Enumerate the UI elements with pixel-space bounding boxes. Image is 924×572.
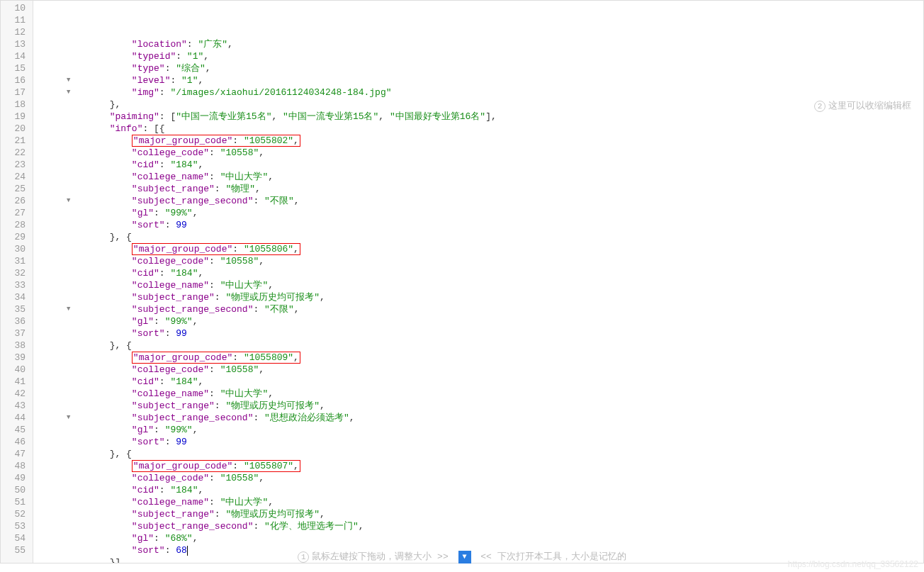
- line-number: 42: [1, 388, 26, 400]
- line-number: 36: [1, 315, 26, 327]
- line-number: 29: [1, 231, 26, 243]
- code-line[interactable]: "college_code": "10558",: [43, 472, 923, 484]
- code-line[interactable]: "major_group_code": "1055807",: [43, 460, 923, 472]
- code-line[interactable]: "gl": "99%",: [43, 207, 923, 219]
- line-number: 28: [1, 219, 26, 231]
- line-number: 11: [1, 14, 26, 26]
- line-number: 53: [1, 520, 26, 532]
- annotation-resize-hint: 1鼠标左键按下拖动，调整大小 >> ▼ << 下次打开本工具，大小是记忆的: [0, 550, 924, 563]
- line-number: 24: [1, 171, 26, 183]
- code-line[interactable]: "subject_range": "物理",: [43, 183, 923, 195]
- code-line[interactable]: "cid": "184",: [43, 484, 923, 496]
- highlighted-key: "major_group_code": "1055802",: [132, 135, 300, 147]
- code-line[interactable]: "college_code": "10558",: [43, 364, 923, 376]
- line-number: 41: [1, 376, 26, 388]
- code-line[interactable]: "college_name": "中山大学",: [43, 496, 923, 508]
- code-line[interactable]: "major_group_code": "1055809",: [43, 352, 923, 364]
- code-line[interactable]: "subject_range": "物理或历史均可报考",: [43, 508, 923, 520]
- line-number: 22: [1, 147, 26, 159]
- code-line[interactable]: "subject_range_second": "思想政治必须选考",: [43, 412, 923, 424]
- line-number: 23: [1, 159, 26, 171]
- code-line[interactable]: "major_group_code": "1055806",: [43, 243, 923, 255]
- line-number: 45: [1, 424, 26, 436]
- code-line[interactable]: "college_name": "中山大学",: [43, 279, 923, 291]
- code-line[interactable]: "typeid": "1",: [43, 50, 923, 62]
- line-number: 44: [1, 412, 26, 424]
- line-number: 34: [1, 291, 26, 303]
- line-number: 39: [1, 352, 26, 364]
- line-number: 13: [1, 38, 26, 50]
- line-number: 10: [1, 2, 26, 14]
- code-line[interactable]: },: [43, 99, 923, 111]
- code-line[interactable]: "college_name": "中山大学",: [43, 171, 923, 183]
- code-line[interactable]: "gl": "68%",: [43, 532, 923, 544]
- code-line[interactable]: "sort": 99: [43, 219, 923, 231]
- code-line[interactable]: "subject_range": "物理或历史均可报考",: [43, 400, 923, 412]
- line-number: 47: [1, 448, 26, 460]
- line-number: 51: [1, 496, 26, 508]
- code-line[interactable]: "type": "综合",: [43, 62, 923, 74]
- code-line[interactable]: "college_code": "10558",: [43, 255, 923, 267]
- code-line[interactable]: "sort": 99: [43, 436, 923, 448]
- line-number: 35: [1, 303, 26, 315]
- line-number: 31: [1, 255, 26, 267]
- line-number: 40: [1, 364, 26, 376]
- code-line[interactable]: "sort": 99: [43, 327, 923, 340]
- code-line[interactable]: "level": "1",: [43, 74, 923, 86]
- line-number: 25: [1, 183, 26, 195]
- code-line[interactable]: "cid": "184",: [43, 159, 923, 171]
- code-line[interactable]: "cid": "184",: [43, 267, 923, 279]
- line-number: 16: [1, 74, 26, 86]
- code-line[interactable]: "cid": "184",: [43, 376, 923, 388]
- line-number: 26: [1, 195, 26, 207]
- highlighted-key: "major_group_code": "1055809",: [132, 352, 300, 364]
- dropdown-icon[interactable]: ▼: [458, 551, 471, 563]
- code-line[interactable]: "subject_range_second": "化学、地理选考一门",: [43, 520, 923, 532]
- code-line[interactable]: "gl": "99%",: [43, 424, 923, 436]
- code-line[interactable]: "subject_range_second": "不限",: [43, 195, 923, 207]
- code-line[interactable]: "college_name": "中山大学",: [43, 388, 923, 400]
- line-number: 27: [1, 207, 26, 219]
- line-number-gutter: 1011121314151617181920212223242526272829…: [1, 1, 33, 563]
- line-number: 19: [1, 111, 26, 123]
- highlighted-key: "major_group_code": "1055807",: [132, 460, 300, 472]
- code-line[interactable]: "info": [{: [43, 123, 923, 135]
- code-line[interactable]: "paiming": ["中国一流专业第15名", "中国一流专业第15名", …: [43, 111, 923, 123]
- code-line[interactable]: "college_code": "10558",: [43, 147, 923, 159]
- line-number: 48: [1, 460, 26, 472]
- line-number: 20: [1, 123, 26, 135]
- code-area[interactable]: ▼▼▼▼▼ "location": "广东", "typeid": "1", "…: [33, 1, 923, 563]
- line-number: 32: [1, 267, 26, 279]
- line-number: 46: [1, 436, 26, 448]
- code-editor[interactable]: 1011121314151617181920212223242526272829…: [0, 0, 924, 563]
- line-number: 52: [1, 508, 26, 520]
- code-line[interactable]: }, {: [43, 448, 923, 460]
- line-number: 21: [1, 135, 26, 147]
- watermark-text: https://blog.csdn.net/qq_33562122: [788, 559, 918, 569]
- annotation-number-2: 2: [814, 101, 826, 112]
- line-number: 14: [1, 50, 26, 62]
- code-line[interactable]: }, {: [43, 231, 923, 243]
- code-line[interactable]: "major_group_code": "1055802",: [43, 135, 923, 147]
- code-line[interactable]: "gl": "99%",: [43, 315, 923, 327]
- line-number: 18: [1, 99, 26, 111]
- line-number: 33: [1, 279, 26, 291]
- line-number: 43: [1, 400, 26, 412]
- code-line[interactable]: "subject_range": "物理或历史均可报考",: [43, 291, 923, 303]
- line-number: 54: [1, 532, 26, 544]
- line-number: 50: [1, 484, 26, 496]
- code-line[interactable]: }, {: [43, 340, 923, 352]
- code-line[interactable]: "subject_range_second": "不限",: [43, 303, 923, 315]
- line-number: 38: [1, 340, 26, 352]
- code-line[interactable]: "location": "广东",: [43, 38, 923, 50]
- line-number: 49: [1, 472, 26, 484]
- line-number: 30: [1, 243, 26, 255]
- annotation-number-1: 1: [298, 551, 309, 563]
- annotation-collapse-hint: 2这里可以收缩编辑框: [814, 99, 911, 112]
- code-line[interactable]: "img": "/images/xiaohui/20161124034248-1…: [43, 86, 923, 99]
- line-number: 12: [1, 26, 26, 38]
- line-number: 17: [1, 86, 26, 99]
- line-number: 37: [1, 327, 26, 340]
- line-number: 15: [1, 62, 26, 74]
- highlighted-key: "major_group_code": "1055806",: [132, 243, 300, 255]
